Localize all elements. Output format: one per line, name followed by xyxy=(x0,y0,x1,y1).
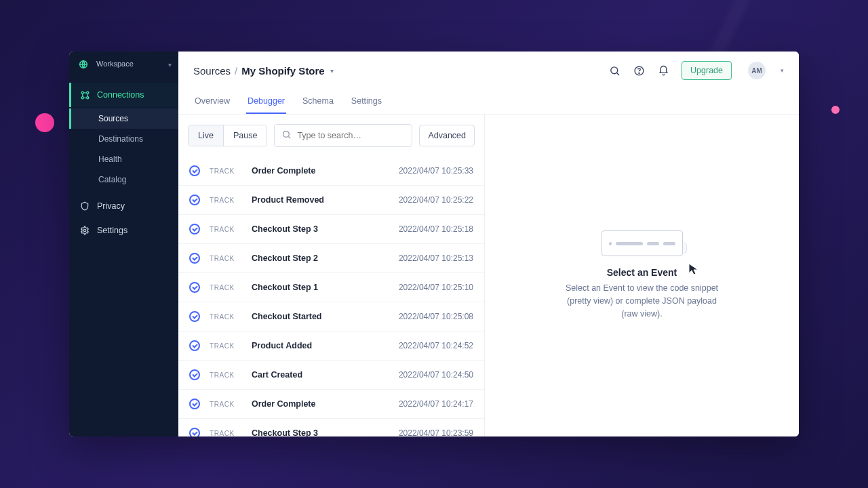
event-list[interactable]: TRACKOrder Complete2022/04/07 10:25:33TR… xyxy=(178,157,484,436)
breadcrumb: Sources / My Shopify Store ▾ xyxy=(193,65,334,77)
event-type: TRACK xyxy=(210,255,242,262)
event-name: Checkout Started xyxy=(252,312,389,321)
workspace-logo-icon xyxy=(77,58,90,70)
event-timestamp: 2022/04/07 10:24:17 xyxy=(399,399,473,409)
chevron-down-icon[interactable]: ▾ xyxy=(330,67,334,75)
event-type: TRACK xyxy=(210,197,242,204)
app-window: Workspace ▾ Connections Sources Destinat… xyxy=(69,52,799,436)
pause-button[interactable]: Pause xyxy=(224,125,267,146)
chevron-down-icon[interactable]: ▾ xyxy=(781,67,784,74)
check-circle-icon xyxy=(189,282,200,293)
upgrade-button[interactable]: Upgrade xyxy=(682,61,732,80)
event-row[interactable]: TRACKCheckout Step 12022/04/07 10:25:10 xyxy=(178,273,484,302)
event-detail-panel: Select an Event Select an Event to view … xyxy=(485,115,799,436)
event-row[interactable]: TRACKProduct Added2022/04/07 10:24:52 xyxy=(178,331,484,361)
event-row[interactable]: TRACKProduct Removed2022/04/07 10:25:22 xyxy=(178,186,484,215)
check-circle-icon xyxy=(189,224,200,235)
avatar[interactable]: AM xyxy=(748,62,766,79)
connections-icon xyxy=(79,89,90,100)
event-row[interactable]: TRACKCheckout Step 32022/04/07 10:25:18 xyxy=(178,215,484,244)
nav-privacy[interactable]: Privacy xyxy=(69,194,178,218)
search-field[interactable] xyxy=(274,124,412,147)
event-timestamp: 2022/04/07 10:24:50 xyxy=(399,370,473,380)
tab-settings[interactable]: Settings xyxy=(350,89,383,114)
event-name: Checkout Step 1 xyxy=(252,283,389,292)
check-circle-icon xyxy=(189,428,200,436)
check-circle-icon xyxy=(189,165,200,176)
live-pause-segment: Live Pause xyxy=(188,125,267,146)
empty-state-title: Select an Event xyxy=(607,267,677,278)
event-row[interactable]: TRACKOrder Complete2022/04/07 10:25:33 xyxy=(178,157,484,186)
empty-state-body: Select an Event to view the code snippet… xyxy=(561,282,724,320)
svg-point-9 xyxy=(283,131,290,137)
sidebar: Workspace ▾ Connections Sources Destinat… xyxy=(69,52,178,436)
help-icon[interactable] xyxy=(633,64,645,77)
event-timestamp: 2022/04/07 10:24:52 xyxy=(399,341,473,350)
decorative-dot xyxy=(35,113,54,132)
subnav-catalog[interactable]: Catalog xyxy=(69,169,178,190)
event-timestamp: 2022/04/07 10:25:22 xyxy=(399,195,473,205)
check-circle-icon xyxy=(189,195,200,205)
search-icon[interactable] xyxy=(608,64,620,77)
decorative-dot xyxy=(831,106,840,114)
event-row[interactable]: TRACKCart Created2022/04/07 10:24:50 xyxy=(178,361,484,390)
search-icon xyxy=(281,129,292,142)
tab-schema[interactable]: Schema xyxy=(301,89,335,114)
breadcrumb-current[interactable]: My Shopify Store xyxy=(241,65,325,77)
connections-subnav: Sources Destinations Health Catalog xyxy=(69,107,178,194)
event-name: Checkout Step 3 xyxy=(252,224,389,234)
nav-settings-label: Settings xyxy=(97,226,127,235)
svg-point-4 xyxy=(86,96,88,98)
event-timestamp: 2022/04/07 10:25:33 xyxy=(399,166,473,176)
event-row[interactable]: TRACKCheckout Started2022/04/07 10:25:08 xyxy=(178,302,484,331)
debugger-content: Live Pause Advanced TRACKOrder Complete2… xyxy=(178,115,799,436)
live-button[interactable]: Live xyxy=(189,125,224,146)
check-circle-icon xyxy=(189,399,200,409)
main-panel: Sources / My Shopify Store ▾ xyxy=(178,52,799,436)
nav-privacy-label: Privacy xyxy=(97,201,125,211)
event-row[interactable]: TRACKOrder Complete2022/04/07 10:24:17 xyxy=(178,390,484,419)
tab-overview[interactable]: Overview xyxy=(193,89,231,114)
subnav-health[interactable]: Health xyxy=(69,149,178,169)
gear-icon xyxy=(79,225,90,236)
event-name: Product Added xyxy=(252,341,389,350)
subnav-destinations[interactable]: Destinations xyxy=(69,129,178,149)
nav-connections-label: Connections xyxy=(97,90,144,100)
check-circle-icon xyxy=(189,253,200,264)
workspace-label: Workspace xyxy=(96,60,134,68)
event-timestamp: 2022/04/07 10:25:18 xyxy=(399,224,473,234)
debugger-toolbar: Live Pause Advanced xyxy=(178,115,484,157)
event-type: TRACK xyxy=(210,284,242,291)
nav-connections[interactable]: Connections xyxy=(69,83,178,107)
tabs: Overview Debugger Schema Settings xyxy=(193,89,784,114)
tab-debugger[interactable]: Debugger xyxy=(246,89,286,114)
event-name: Order Complete xyxy=(252,399,389,409)
subnav-sources[interactable]: Sources xyxy=(69,108,178,129)
bell-icon[interactable] xyxy=(657,64,669,77)
event-type: TRACK xyxy=(210,226,242,233)
event-type: TRACK xyxy=(210,167,242,175)
svg-point-5 xyxy=(83,229,86,232)
event-name: Cart Created xyxy=(252,370,389,380)
search-input[interactable] xyxy=(297,131,405,140)
svg-point-1 xyxy=(81,92,83,94)
breadcrumb-root[interactable]: Sources xyxy=(193,65,231,77)
event-type: TRACK xyxy=(210,430,242,437)
event-type: TRACK xyxy=(210,401,242,408)
event-name: Checkout Step 3 xyxy=(252,428,389,436)
event-timestamp: 2022/04/07 10:25:13 xyxy=(399,253,473,263)
event-type: TRACK xyxy=(210,313,242,321)
workspace-switcher[interactable]: Workspace ▾ xyxy=(69,52,178,83)
svg-point-8 xyxy=(638,73,639,73)
event-row[interactable]: TRACKCheckout Step 32022/04/07 10:23:59 xyxy=(178,419,484,436)
event-timestamp: 2022/04/07 10:25:08 xyxy=(399,312,473,321)
check-circle-icon xyxy=(189,369,200,380)
advanced-button[interactable]: Advanced xyxy=(419,125,475,146)
event-type: TRACK xyxy=(210,342,242,350)
event-row[interactable]: TRACKCheckout Step 22022/04/07 10:25:13 xyxy=(178,244,484,273)
nav-settings[interactable]: Settings xyxy=(69,218,178,243)
event-type: TRACK xyxy=(210,371,242,379)
check-circle-icon xyxy=(189,311,200,322)
check-circle-icon xyxy=(189,340,200,351)
page-header: Sources / My Shopify Store ▾ xyxy=(178,52,799,115)
